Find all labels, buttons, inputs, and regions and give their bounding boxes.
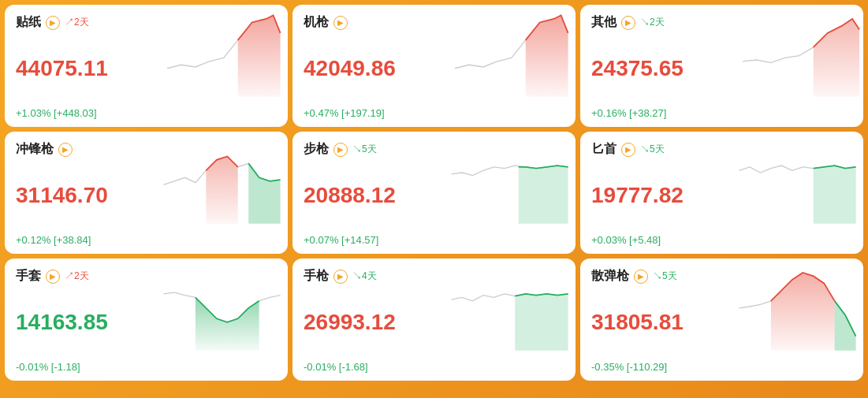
nav-icon-gloves[interactable]: ▶	[46, 270, 60, 284]
card-change-shotgun: -0.35% [-110.29]	[591, 361, 852, 373]
card-title-machinegun: 机枪	[304, 14, 329, 31]
card-value-gloves: 14163.85	[16, 311, 277, 335]
card-change-machinegun: +0.47% [+197.19]	[304, 107, 564, 119]
nav-icon-other[interactable]: ▶	[621, 16, 635, 30]
trend-badge-knife: ↘5天	[640, 143, 665, 156]
nav-icon-machinegun[interactable]: ▶	[333, 16, 348, 30]
trend-badge-shotgun: ↘5天	[653, 270, 677, 283]
card-knife: 匕首▶↘5天19777.82+0.03% [+5.48]	[580, 132, 863, 254]
card-shotgun: 散弹枪▶↘5天31805.81-0.35% [-110.29]	[580, 259, 863, 381]
main-grid: 贴纸▶↗2天44075.11+1.03% [+448.03] 机枪▶42049.…	[5, 5, 863, 381]
nav-icon-rifle[interactable]: ▶	[333, 143, 348, 157]
card-machinegun: 机枪▶42049.86+0.47% [+197.19]	[292, 5, 576, 127]
nav-icon-assault[interactable]: ▶	[58, 143, 73, 157]
trend-badge-sticker: ↗2天	[65, 16, 89, 29]
card-title-gloves: 手套	[16, 268, 41, 285]
card-value-sticker: 44075.11	[16, 57, 277, 81]
trend-badge-gloves: ↗2天	[65, 270, 89, 283]
nav-icon-knife[interactable]: ▶	[621, 143, 635, 157]
card-gloves: 手套▶↗2天14163.85-0.01% [-1.18]	[5, 259, 288, 381]
nav-icon-shotgun[interactable]: ▶	[634, 270, 648, 284]
card-header-gloves: 手套▶↗2天	[16, 268, 277, 285]
card-header-shotgun: 散弹枪▶↘5天	[591, 268, 852, 285]
card-change-assault: +0.12% [+38.84]	[16, 234, 277, 246]
card-value-other: 24375.65	[591, 57, 852, 81]
card-title-other: 其他	[591, 14, 617, 31]
card-header-assault: 冲锋枪▶	[16, 141, 277, 158]
card-title-assault: 冲锋枪	[16, 141, 54, 158]
card-value-rifle: 20888.12	[304, 184, 564, 208]
card-title-pistol: 手枪	[304, 268, 329, 285]
card-title-sticker: 贴纸	[16, 14, 41, 31]
card-header-sticker: 贴纸▶↗2天	[16, 14, 277, 31]
card-value-assault: 31146.70	[16, 184, 277, 208]
trend-badge-rifle: ↘5天	[352, 143, 377, 156]
card-change-sticker: +1.03% [+448.03]	[16, 107, 277, 119]
card-change-pistol: -0.01% [-1.68]	[304, 361, 564, 373]
card-rifle: 步枪▶↘5天20888.12+0.07% [+14.57]	[292, 132, 576, 254]
card-value-pistol: 26993.12	[304, 311, 564, 335]
card-value-shotgun: 31805.81	[591, 311, 852, 335]
card-change-rifle: +0.07% [+14.57]	[304, 234, 564, 246]
card-value-machinegun: 42049.86	[304, 57, 564, 81]
trend-badge-other: ↘2天	[640, 16, 665, 29]
card-title-rifle: 步枪	[304, 141, 329, 158]
card-other: 其他▶↘2天24375.65+0.16% [+38.27]	[580, 5, 863, 127]
card-change-gloves: -0.01% [-1.18]	[16, 361, 277, 373]
card-header-knife: 匕首▶↘5天	[591, 141, 852, 158]
card-pistol: 手枪▶↘4天26993.12-0.01% [-1.68]	[292, 259, 576, 381]
card-assault: 冲锋枪▶31146.70+0.12% [+38.84]	[5, 132, 288, 254]
card-change-knife: +0.03% [+5.48]	[591, 234, 852, 246]
card-title-knife: 匕首	[591, 141, 617, 158]
card-sticker: 贴纸▶↗2天44075.11+1.03% [+448.03]	[5, 5, 288, 127]
card-value-knife: 19777.82	[591, 184, 852, 208]
card-header-machinegun: 机枪▶	[304, 14, 564, 31]
card-header-pistol: 手枪▶↘4天	[304, 268, 564, 285]
card-header-rifle: 步枪▶↘5天	[304, 141, 564, 158]
card-header-other: 其他▶↘2天	[591, 14, 852, 31]
trend-badge-pistol: ↘4天	[352, 270, 377, 283]
card-change-other: +0.16% [+38.27]	[591, 107, 852, 119]
nav-icon-sticker[interactable]: ▶	[46, 16, 60, 30]
nav-icon-pistol[interactable]: ▶	[333, 270, 348, 284]
card-title-shotgun: 散弹枪	[591, 268, 629, 285]
